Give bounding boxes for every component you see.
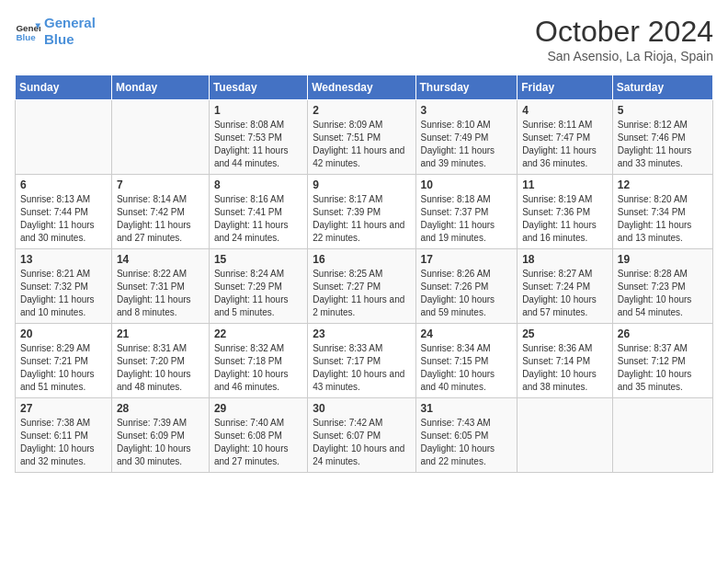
- day-info: Sunrise: 7:42 AM Sunset: 6:07 PM Dayligh…: [313, 417, 410, 468]
- day-info: Sunrise: 8:26 AM Sunset: 7:26 PM Dayligh…: [421, 268, 513, 319]
- day-number: 29: [214, 402, 302, 415]
- day-number: 8: [214, 178, 302, 191]
- calendar-cell: 25Sunrise: 8:36 AM Sunset: 7:14 PM Dayli…: [518, 324, 613, 398]
- day-info: Sunrise: 8:16 AM Sunset: 7:41 PM Dayligh…: [214, 193, 302, 245]
- header-day-tuesday: Tuesday: [209, 75, 307, 100]
- day-number: 4: [522, 104, 608, 117]
- title-block: October 2024 San Asensio, La Rioja, Spai…: [535, 15, 713, 63]
- day-number: 1: [214, 104, 302, 117]
- day-info: Sunrise: 7:39 AM Sunset: 6:09 PM Dayligh…: [117, 417, 204, 468]
- day-info: Sunrise: 8:13 AM Sunset: 7:44 PM Dayligh…: [20, 193, 107, 245]
- calendar-cell: [518, 398, 613, 473]
- calendar-cell: 11Sunrise: 8:19 AM Sunset: 7:36 PM Dayli…: [518, 175, 613, 249]
- day-info: Sunrise: 7:38 AM Sunset: 6:11 PM Dayligh…: [20, 417, 107, 468]
- day-info: Sunrise: 8:14 AM Sunset: 7:42 PM Dayligh…: [117, 193, 204, 245]
- calendar-cell: [16, 100, 112, 175]
- calendar-cell: [612, 398, 712, 473]
- day-number: 6: [20, 178, 107, 191]
- logo-text: General Blue: [44, 15, 96, 48]
- day-number: 14: [117, 253, 204, 266]
- day-number: 24: [421, 327, 513, 340]
- calendar-cell: 26Sunrise: 8:37 AM Sunset: 7:12 PM Dayli…: [612, 324, 712, 398]
- day-info: Sunrise: 8:28 AM Sunset: 7:23 PM Dayligh…: [618, 268, 708, 319]
- calendar-cell: 29Sunrise: 7:40 AM Sunset: 6:08 PM Dayli…: [209, 398, 307, 473]
- week-row-2: 6Sunrise: 8:13 AM Sunset: 7:44 PM Daylig…: [16, 175, 713, 249]
- header-day-monday: Monday: [111, 75, 209, 100]
- calendar-cell: 2Sunrise: 8:09 AM Sunset: 7:51 PM Daylig…: [308, 100, 415, 175]
- day-number: 28: [117, 402, 204, 415]
- day-info: Sunrise: 7:40 AM Sunset: 6:08 PM Dayligh…: [214, 417, 302, 468]
- day-number: 26: [618, 327, 708, 340]
- day-number: 25: [522, 327, 608, 340]
- calendar-cell: 14Sunrise: 8:22 AM Sunset: 7:31 PM Dayli…: [111, 249, 209, 324]
- day-info: Sunrise: 8:32 AM Sunset: 7:18 PM Dayligh…: [214, 342, 302, 394]
- day-number: 12: [618, 178, 708, 191]
- day-number: 21: [117, 327, 204, 340]
- day-info: Sunrise: 8:19 AM Sunset: 7:36 PM Dayligh…: [522, 193, 608, 245]
- week-row-3: 13Sunrise: 8:21 AM Sunset: 7:32 PM Dayli…: [16, 249, 713, 324]
- week-row-4: 20Sunrise: 8:29 AM Sunset: 7:21 PM Dayli…: [16, 324, 713, 398]
- page-header: General Blue General Blue October 2024 S…: [15, 15, 713, 63]
- day-number: 19: [618, 253, 708, 266]
- day-number: 20: [20, 327, 107, 340]
- day-info: Sunrise: 8:25 AM Sunset: 7:27 PM Dayligh…: [313, 268, 410, 319]
- svg-text:Blue: Blue: [16, 32, 36, 42]
- header-day-wednesday: Wednesday: [308, 75, 415, 100]
- calendar-cell: 10Sunrise: 8:18 AM Sunset: 7:37 PM Dayli…: [415, 175, 518, 249]
- calendar-cell: 5Sunrise: 8:12 AM Sunset: 7:46 PM Daylig…: [612, 100, 712, 175]
- day-info: Sunrise: 8:22 AM Sunset: 7:31 PM Dayligh…: [117, 268, 204, 319]
- calendar-cell: [111, 100, 209, 175]
- header-row: SundayMondayTuesdayWednesdayThursdayFrid…: [16, 75, 713, 100]
- day-number: 13: [20, 253, 107, 266]
- day-info: Sunrise: 8:08 AM Sunset: 7:53 PM Dayligh…: [214, 119, 302, 170]
- day-number: 7: [117, 178, 204, 191]
- header-day-thursday: Thursday: [415, 75, 518, 100]
- day-info: Sunrise: 8:31 AM Sunset: 7:20 PM Dayligh…: [117, 342, 204, 394]
- day-number: 3: [421, 104, 513, 117]
- day-number: 27: [20, 402, 107, 415]
- day-number: 15: [214, 253, 302, 266]
- day-number: 31: [421, 402, 513, 415]
- day-info: Sunrise: 8:17 AM Sunset: 7:39 PM Dayligh…: [313, 193, 410, 245]
- calendar-cell: 3Sunrise: 8:10 AM Sunset: 7:49 PM Daylig…: [415, 100, 518, 175]
- calendar-cell: 24Sunrise: 8:34 AM Sunset: 7:15 PM Dayli…: [415, 324, 518, 398]
- calendar-cell: 22Sunrise: 8:32 AM Sunset: 7:18 PM Dayli…: [209, 324, 307, 398]
- main-title: October 2024: [535, 15, 713, 49]
- calendar-cell: 19Sunrise: 8:28 AM Sunset: 7:23 PM Dayli…: [612, 249, 712, 324]
- day-info: Sunrise: 8:27 AM Sunset: 7:24 PM Dayligh…: [522, 268, 608, 319]
- location-subtitle: San Asensio, La Rioja, Spain: [535, 49, 713, 63]
- day-number: 2: [313, 104, 410, 117]
- week-row-5: 27Sunrise: 7:38 AM Sunset: 6:11 PM Dayli…: [16, 398, 713, 473]
- calendar-cell: 23Sunrise: 8:33 AM Sunset: 7:17 PM Dayli…: [308, 324, 415, 398]
- header-day-sunday: Sunday: [16, 75, 112, 100]
- calendar-cell: 30Sunrise: 7:42 AM Sunset: 6:07 PM Dayli…: [308, 398, 415, 473]
- calendar-cell: 28Sunrise: 7:39 AM Sunset: 6:09 PM Dayli…: [111, 398, 209, 473]
- calendar-cell: 13Sunrise: 8:21 AM Sunset: 7:32 PM Dayli…: [16, 249, 112, 324]
- day-info: Sunrise: 8:33 AM Sunset: 7:17 PM Dayligh…: [313, 342, 410, 394]
- calendar-cell: 16Sunrise: 8:25 AM Sunset: 7:27 PM Dayli…: [308, 249, 415, 324]
- day-info: Sunrise: 8:29 AM Sunset: 7:21 PM Dayligh…: [20, 342, 107, 394]
- day-info: Sunrise: 8:24 AM Sunset: 7:29 PM Dayligh…: [214, 268, 302, 319]
- calendar-cell: 20Sunrise: 8:29 AM Sunset: 7:21 PM Dayli…: [16, 324, 112, 398]
- day-info: Sunrise: 8:37 AM Sunset: 7:12 PM Dayligh…: [618, 342, 708, 394]
- logo: General Blue General Blue: [15, 15, 96, 48]
- day-info: Sunrise: 8:12 AM Sunset: 7:46 PM Dayligh…: [618, 119, 708, 170]
- header-day-saturday: Saturday: [612, 75, 712, 100]
- day-info: Sunrise: 8:34 AM Sunset: 7:15 PM Dayligh…: [421, 342, 513, 394]
- day-number: 18: [522, 253, 608, 266]
- logo-line2: Blue: [44, 31, 74, 47]
- calendar-cell: 4Sunrise: 8:11 AM Sunset: 7:47 PM Daylig…: [518, 100, 613, 175]
- calendar-cell: 31Sunrise: 7:43 AM Sunset: 6:05 PM Dayli…: [415, 398, 518, 473]
- header-day-friday: Friday: [518, 75, 613, 100]
- calendar-cell: 6Sunrise: 8:13 AM Sunset: 7:44 PM Daylig…: [16, 175, 112, 249]
- week-row-1: 1Sunrise: 8:08 AM Sunset: 7:53 PM Daylig…: [16, 100, 713, 175]
- day-number: 22: [214, 327, 302, 340]
- day-info: Sunrise: 8:21 AM Sunset: 7:32 PM Dayligh…: [20, 268, 107, 319]
- calendar-cell: 9Sunrise: 8:17 AM Sunset: 7:39 PM Daylig…: [308, 175, 415, 249]
- day-info: Sunrise: 8:20 AM Sunset: 7:34 PM Dayligh…: [618, 193, 708, 245]
- calendar-cell: 21Sunrise: 8:31 AM Sunset: 7:20 PM Dayli…: [111, 324, 209, 398]
- day-info: Sunrise: 7:43 AM Sunset: 6:05 PM Dayligh…: [421, 417, 513, 468]
- day-info: Sunrise: 8:09 AM Sunset: 7:51 PM Dayligh…: [313, 119, 410, 170]
- day-number: 9: [313, 178, 410, 191]
- day-info: Sunrise: 8:36 AM Sunset: 7:14 PM Dayligh…: [522, 342, 608, 394]
